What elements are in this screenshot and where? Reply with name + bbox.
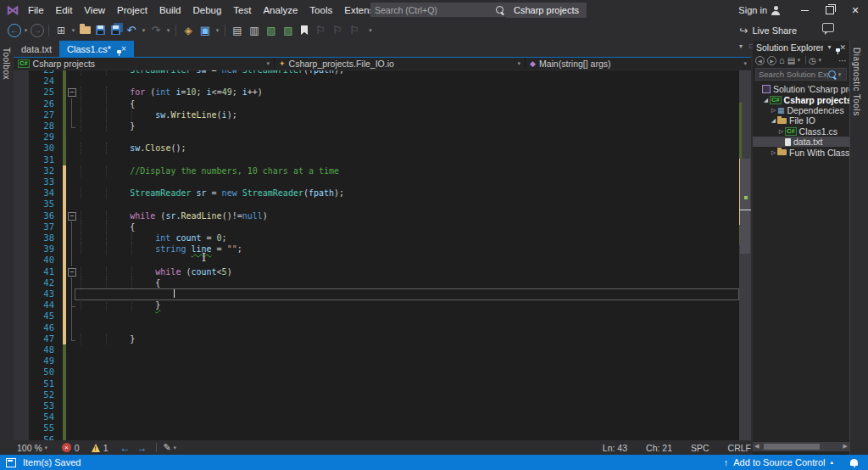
code-line-41[interactable]: 41– while (count<5) <box>14 266 751 277</box>
code-text[interactable]: } <box>79 120 739 131</box>
code-line-36[interactable]: 36– while (sr.ReadLine()!=null) <box>14 210 751 221</box>
code-text[interactable]: string line = ""; <box>79 243 739 255</box>
toolbox-panel-tab[interactable]: Toolbox <box>0 41 14 440</box>
code-line-26[interactable]: 26 { <box>14 98 751 109</box>
scroll-right-icon[interactable]: ▶ <box>843 443 848 450</box>
code-line-51[interactable]: 51 <box>14 378 751 389</box>
close-icon[interactable]: ✕ <box>839 43 846 52</box>
undo-icon[interactable]: ↶ <box>124 23 139 38</box>
menu-test[interactable]: Test <box>227 0 257 20</box>
code-text[interactable]: { <box>79 221 739 232</box>
overflow-icon[interactable]: ▾ <box>364 23 377 38</box>
code-line-35[interactable]: 35 <box>14 199 751 210</box>
code-line-55[interactable]: 55 <box>14 422 751 434</box>
code-text[interactable]: while (sr.ReadLine()!=null) <box>79 210 739 221</box>
new-project-icon[interactable]: ⊞ <box>53 23 69 38</box>
code-text[interactable]: for (int i=10; i<=49; i++) <box>79 87 739 98</box>
collapse-region-icon[interactable]: – <box>68 212 76 221</box>
scroll-left-icon[interactable]: ◀ <box>754 443 759 450</box>
code-line-30[interactable]: 30 sw.Close(); <box>14 143 751 154</box>
member-dropdown[interactable]: ◆ Main(string[] args) ▾ <box>526 58 751 70</box>
code-line-32[interactable]: 32 //Display the numbers, 10 chars at a … <box>14 165 751 176</box>
notifications-bell-icon[interactable] <box>850 459 858 466</box>
document-list-dropdown-icon[interactable]: ▾ <box>739 42 743 50</box>
code-line-40[interactable]: 40 <box>14 255 751 266</box>
code-line-56[interactable]: 56 <box>14 434 751 440</box>
error-count[interactable]: 0 <box>75 443 80 453</box>
close-button[interactable]: ✕ <box>843 0 868 20</box>
code-line-24[interactable]: 24 <box>14 76 751 87</box>
save-all-icon[interactable] <box>108 23 122 38</box>
home-icon[interactable]: ⌂ <box>779 55 785 65</box>
tab-class1cs[interactable]: Class1.cs*× <box>59 41 134 57</box>
add-to-source-control-button[interactable]: Add to Source Control <box>733 457 825 467</box>
feedback-icon[interactable] <box>822 23 834 32</box>
redo-icon[interactable]: ↷ <box>148 23 164 38</box>
code-text[interactable]: { <box>79 98 739 109</box>
navigate-forward-icon[interactable]: → <box>136 442 147 454</box>
code-line-43[interactable]: 43 <box>14 288 751 299</box>
collapse-region-icon[interactable]: – <box>68 268 76 277</box>
outlining-margin[interactable]: – <box>67 266 76 277</box>
menu-build[interactable]: Build <box>153 0 187 20</box>
menu-edit[interactable]: Edit <box>50 0 79 20</box>
tree-item-file-io[interactable]: ◢File IO <box>753 115 849 126</box>
tree-item-dependencies[interactable]: ▷▦Dependencies <box>753 105 849 115</box>
tree-item-fun-with-classes[interactable]: ▷Fun With Classes <box>753 147 849 157</box>
menu-tools[interactable]: Tools <box>303 0 338 20</box>
back-icon[interactable]: ◀ <box>755 56 765 65</box>
code-line-38[interactable]: 38 int count = 0; <box>14 232 751 243</box>
code-line-42[interactable]: 42 { <box>14 277 751 288</box>
menu-project[interactable]: Project <box>111 0 153 20</box>
diagnostic-tools-panel-tab[interactable]: Diagnostic Tools <box>849 41 868 455</box>
clear-bookmarks-icon[interactable]: ⚐ <box>347 23 362 38</box>
sign-in-button[interactable]: Sign in <box>738 5 780 15</box>
chevron-down-icon[interactable]: ▾ <box>70 27 76 34</box>
type-dropdown[interactable]: ✦ Csharp_projects.File_IO.io ▾ <box>275 58 526 70</box>
nav-forward-icon[interactable]: → <box>31 23 44 38</box>
edit-mode-icon[interactable]: ✎ <box>163 442 170 453</box>
code-line-54[interactable]: 54 <box>14 411 751 422</box>
code-text[interactable]: } <box>79 333 739 344</box>
code-text[interactable]: { <box>79 277 739 288</box>
chevron-down-icon[interactable]: ▾ <box>827 43 831 51</box>
menu-file[interactable]: File <box>22 0 50 20</box>
code-editor[interactable]: 23 StreamWriter sw = new StreamWriter(fp… <box>14 70 751 440</box>
code-line-34[interactable]: 34 StreamReader sr = new StreamReader(fp… <box>14 187 751 199</box>
quick-actions-icon[interactable]: ◈ <box>181 23 196 38</box>
code-line-29[interactable]: 29 <box>14 131 751 143</box>
menu-analyze[interactable]: Analyze <box>257 0 303 20</box>
collapse-region-icon[interactable]: – <box>68 88 76 97</box>
code-text[interactable]: //Display the numbers, 10 chars at a tim… <box>79 165 739 176</box>
code-line-50[interactable]: 50 <box>14 366 751 378</box>
expand-icon[interactable]: ▷ <box>777 128 785 135</box>
navigate-back-icon[interactable]: ← <box>120 442 130 454</box>
tree-item-csharp-projects[interactable]: ◢C#Csharp projects <box>753 94 849 104</box>
code-line-49[interactable]: 49 <box>14 355 751 366</box>
scrollbar-thumb[interactable] <box>740 159 750 254</box>
code-text[interactable]: } <box>79 299 739 311</box>
nav-back-icon[interactable]: ← <box>8 23 21 38</box>
scrollbar-thumb[interactable] <box>764 444 820 450</box>
code-text[interactable]: int count = 0; <box>79 232 739 243</box>
tree-item-solution--csharp-projects---[interactable]: Solution 'Csharp projects' ( <box>753 84 849 94</box>
warning-count[interactable]: 1 <box>103 443 108 453</box>
open-file-icon[interactable] <box>78 23 92 38</box>
comment-selection-icon[interactable]: ▧ <box>264 23 279 38</box>
chevron-down-icon[interactable]: ▾ <box>214 27 220 34</box>
prev-bookmark-icon[interactable]: ⚐ <box>313 23 328 38</box>
code-line-45[interactable]: 45 <box>14 311 751 322</box>
menu-view[interactable]: View <box>78 0 111 20</box>
code-text[interactable]: StreamReader sr = new StreamReader(fpath… <box>79 187 739 199</box>
project-dropdown[interactable]: C# Csharp projects ▾ <box>14 58 275 70</box>
switch-views-icon[interactable]: ▤▾ <box>787 56 803 65</box>
code-line-33[interactable]: 33 <box>14 176 751 187</box>
expand-icon[interactable]: ▷ <box>770 107 777 114</box>
collapse-icon[interactable]: ◢ <box>762 97 770 104</box>
error-icon[interactable]: × <box>62 443 71 452</box>
tree-item-class1-cs[interactable]: ▷C#Class1.cs <box>753 126 849 137</box>
code-line-47[interactable]: 47 } <box>14 333 751 344</box>
code-line-52[interactable]: 52 <box>14 389 751 400</box>
tree-item-data-txt[interactable]: data.txt <box>753 137 849 147</box>
code-text[interactable]: while (count<5) <box>79 266 739 277</box>
